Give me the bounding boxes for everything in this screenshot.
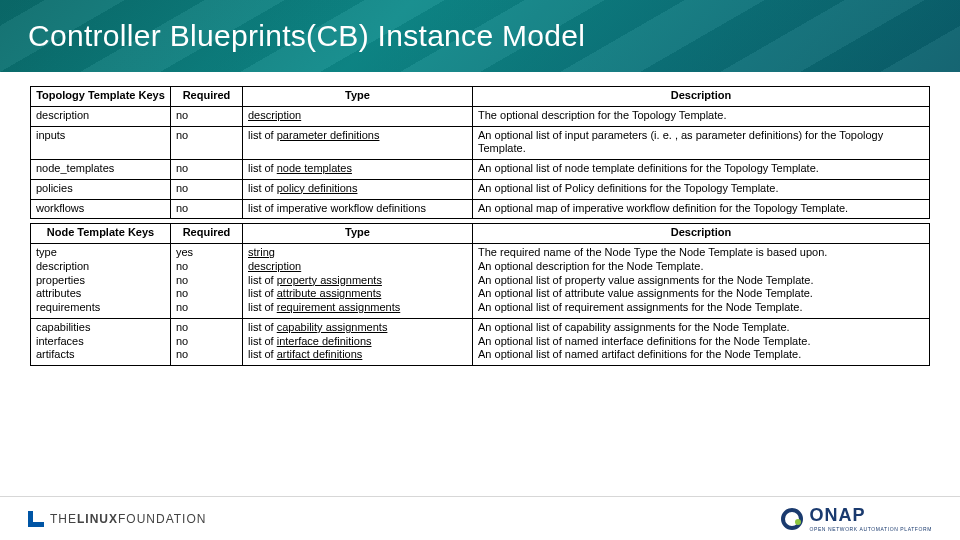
cell-type: list of imperative workflow definitions (243, 199, 473, 219)
table-header-row: Topology Template Keys Required Type Des… (31, 87, 930, 107)
cell-key: inputs (31, 126, 171, 160)
cell-type: list of capability assignmentslist of in… (243, 318, 473, 365)
table-row: policiesnolist of policy definitionsAn o… (31, 179, 930, 199)
cell-key: workflows (31, 199, 171, 219)
cell-key: typedescriptionpropertiesattributesrequi… (31, 244, 171, 319)
cell-description: The required name of the Node Type the N… (473, 244, 930, 319)
table-row: workflowsnolist of imperative workflow d… (31, 199, 930, 219)
cell-required: no (171, 106, 243, 126)
title-bar: Controller Blueprints(CB) Instance Model (0, 0, 960, 72)
linux-foundation-text: THELINUXFOUNDATION (50, 512, 206, 526)
topology-template-table: Topology Template Keys Required Type Des… (30, 86, 930, 219)
linux-foundation-icon (28, 511, 44, 527)
onap-subtext: OPEN NETWORK AUTOMATION PLATFORM (809, 526, 932, 532)
linux-foundation-logo: THELINUXFOUNDATION (28, 511, 206, 527)
type-link[interactable]: parameter definitions (277, 129, 380, 141)
table-row: node_templatesnolist of node templatesAn… (31, 160, 930, 180)
cell-description: An optional map of imperative workflow d… (473, 199, 930, 219)
type-link[interactable]: requirement assignments (277, 301, 401, 313)
cell-description: An optional list of input parameters (i.… (473, 126, 930, 160)
table-row: inputsnolist of parameter definitionsAn … (31, 126, 930, 160)
col-type: Type (243, 224, 473, 244)
type-link[interactable]: interface definitions (277, 335, 372, 347)
onap-logo: ONAP OPEN NETWORK AUTOMATION PLATFORM (781, 505, 932, 532)
cell-key: node_templates (31, 160, 171, 180)
cell-required: no (171, 179, 243, 199)
onap-text: ONAP (809, 505, 932, 526)
node-template-table: Node Template Keys Required Type Descrip… (30, 223, 930, 366)
cell-description: An optional list of Policy definitions f… (473, 179, 930, 199)
cell-type: list of policy definitions (243, 179, 473, 199)
table-row: descriptionnodescriptionThe optional des… (31, 106, 930, 126)
col-req: Required (171, 87, 243, 107)
cell-key: policies (31, 179, 171, 199)
footer: THELINUXFOUNDATION ONAP OPEN NETWORK AUT… (0, 496, 960, 540)
page-title: Controller Blueprints(CB) Instance Model (0, 19, 585, 53)
cell-required: no (171, 126, 243, 160)
content-area: Topology Template Keys Required Type Des… (0, 72, 960, 366)
type-link[interactable]: artifact definitions (277, 348, 363, 360)
type-link[interactable]: description (248, 109, 301, 121)
type-link[interactable]: node templates (277, 162, 352, 174)
type-link[interactable]: policy definitions (277, 182, 358, 194)
cell-key: description (31, 106, 171, 126)
col-key: Node Template Keys (31, 224, 171, 244)
col-desc: Description (473, 87, 930, 107)
table-row: typedescriptionpropertiesattributesrequi… (31, 244, 930, 319)
col-req: Required (171, 224, 243, 244)
cell-key: capabilitiesinterfacesartifacts (31, 318, 171, 365)
type-link[interactable]: property assignments (277, 274, 382, 286)
type-link[interactable]: capability assignments (277, 321, 388, 333)
cell-type: list of parameter definitions (243, 126, 473, 160)
col-desc: Description (473, 224, 930, 244)
type-link[interactable]: string (248, 246, 275, 258)
table-row: capabilitiesinterfacesartifactsnononolis… (31, 318, 930, 365)
col-type: Type (243, 87, 473, 107)
type-link[interactable]: attribute assignments (277, 287, 382, 299)
table-header-row: Node Template Keys Required Type Descrip… (31, 224, 930, 244)
cell-required: no (171, 199, 243, 219)
cell-required: no (171, 160, 243, 180)
cell-required: nonono (171, 318, 243, 365)
cell-description: The optional description for the Topolog… (473, 106, 930, 126)
cell-type: list of node templates (243, 160, 473, 180)
cell-description: An optional list of capability assignmen… (473, 318, 930, 365)
cell-required: yesnononono (171, 244, 243, 319)
cell-description: An optional list of node template defini… (473, 160, 930, 180)
onap-icon (781, 508, 803, 530)
type-link[interactable]: description (248, 260, 301, 272)
col-key: Topology Template Keys (31, 87, 171, 107)
cell-type: description (243, 106, 473, 126)
cell-type: stringdescriptionlist of property assign… (243, 244, 473, 319)
